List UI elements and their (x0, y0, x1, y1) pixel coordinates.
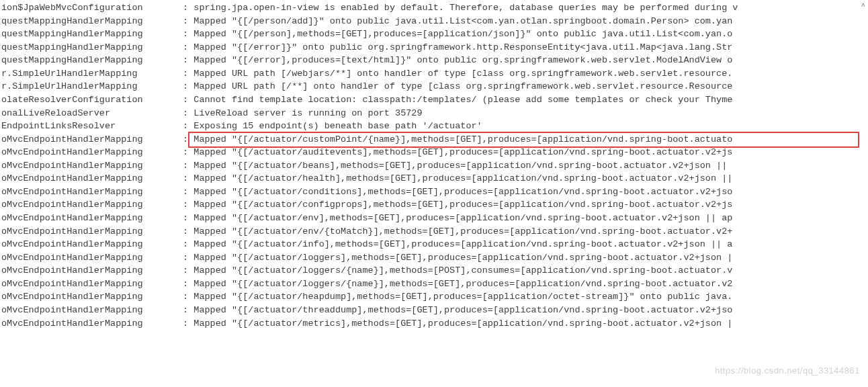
log-separator: : (177, 185, 193, 199)
log-separator: : (177, 93, 193, 107)
log-message: Mapped "{[/actuator/heapdump],methods=[G… (193, 290, 732, 304)
log-line[interactable]: oMvcEndpointHandlerMapping : Mapped "{[/… (0, 317, 868, 331)
log-line[interactable]: oMvcEndpointHandlerMapping : Mapped "{[/… (0, 277, 868, 291)
log-line[interactable]: questMappingHandlerMapping : Mapped "{[/… (0, 54, 868, 67)
log-message: Mapped "{[/actuator/customPoint/{name}],… (193, 133, 732, 146)
log-message: spring.jpa.open-in-view is enabled by de… (193, 1, 738, 15)
log-separator: : (177, 277, 193, 291)
log-message: Mapped "{[/actuator/env/{toMatch}],metho… (193, 225, 732, 239)
log-message: Mapped "{[/person],methods=[GET],produce… (193, 28, 732, 41)
log-separator: : (177, 28, 193, 41)
log-separator: : (177, 54, 193, 67)
log-line[interactable]: EndpointLinksResolver : Exposing 15 endp… (0, 120, 868, 133)
log-message: Mapped URL path [/**] onto handler of ty… (193, 80, 732, 93)
log-separator: : (177, 41, 193, 54)
logger-name: oMvcEndpointHandlerMapping (0, 185, 177, 199)
log-line[interactable]: oMvcEndpointHandlerMapping : Mapped "{[/… (0, 146, 868, 159)
log-message: Mapped "{[/actuator/health],methods=[GET… (193, 172, 732, 185)
logger-name: oMvcEndpointHandlerMapping (0, 172, 177, 185)
log-message: Mapped "{[/actuator/loggers/{name}],meth… (193, 264, 732, 277)
log-line[interactable]: oMvcEndpointHandlerMapping : Mapped "{[/… (0, 172, 868, 185)
log-message: Cannot find template location: classpath… (193, 93, 732, 107)
log-line[interactable]: questMappingHandlerMapping : Mapped "{[/… (0, 15, 868, 28)
logger-name: oMvcEndpointHandlerMapping (0, 317, 177, 331)
log-line[interactable]: oMvcEndpointHandlerMapping : Mapped "{[/… (0, 290, 868, 304)
log-line[interactable]: oMvcEndpointHandlerMapping : Mapped "{[/… (0, 264, 868, 277)
logger-name: questMappingHandlerMapping (0, 15, 177, 28)
log-message: Mapped "{[/actuator/info],methods=[GET],… (193, 238, 732, 251)
log-line[interactable]: olateResolverConfiguration : Cannot find… (0, 93, 868, 107)
log-separator: : (177, 212, 193, 225)
log-separator: : (177, 133, 193, 146)
log-line[interactable]: oMvcEndpointHandlerMapping : Mapped "{[/… (0, 212, 868, 225)
log-message: Mapped URL path [/webjars/**] onto handl… (193, 67, 732, 81)
log-output-panel[interactable]: ^ ion$JpaWebMvcConfiguration : spring.jp… (0, 1, 868, 386)
log-separator: : (177, 198, 193, 212)
log-separator: : (177, 120, 193, 133)
log-line[interactable]: oMvcEndpointHandlerMapping : Mapped "{[/… (0, 304, 868, 317)
log-separator: : (177, 238, 193, 251)
logger-name: oMvcEndpointHandlerMapping (0, 212, 177, 225)
logger-name: olateResolverConfiguration (0, 93, 177, 107)
logger-name: oMvcEndpointHandlerMapping (0, 225, 177, 239)
log-line[interactable]: questMappingHandlerMapping : Mapped "{[/… (0, 41, 868, 54)
logger-name: oMvcEndpointHandlerMapping (0, 238, 177, 251)
logger-name: oMvcEndpointHandlerMapping (0, 146, 177, 159)
logger-name: r.SimpleUrlHandlerMapping (0, 67, 177, 81)
log-separator: : (177, 264, 193, 277)
logger-name: oMvcEndpointHandlerMapping (0, 251, 177, 265)
log-message: Mapped "{[/actuator/loggers],methods=[GE… (193, 251, 732, 265)
log-message: Mapped "{[/actuator/env],methods=[GET],p… (193, 212, 732, 225)
logger-name: oMvcEndpointHandlerMapping (0, 264, 177, 277)
log-line[interactable]: oMvcEndpointHandlerMapping : Mapped "{[/… (0, 251, 868, 265)
log-line[interactable]: r.SimpleUrlHandlerMapping : Mapped URL p… (0, 67, 868, 81)
watermark-text: https://blog.csdn.net/qq_33144861 (715, 365, 860, 378)
log-line[interactable]: r.SimpleUrlHandlerMapping : Mapped URL p… (0, 80, 868, 93)
log-separator: : (177, 159, 193, 173)
log-separator: : (177, 172, 193, 185)
log-line[interactable]: questMappingHandlerMapping : Mapped "{[/… (0, 28, 868, 41)
log-message: Mapped "{[/error]}" onto public org.spri… (193, 41, 732, 54)
log-message: LiveReload server is running on port 357… (193, 107, 422, 120)
logger-name: onalLiveReloadServer (0, 107, 177, 120)
log-separator: : (177, 15, 193, 28)
log-line[interactable]: ion$JpaWebMvcConfiguration : spring.jpa.… (0, 1, 868, 15)
logger-name: ion$JpaWebMvcConfiguration (0, 1, 177, 15)
log-message: Mapped "{[/actuator/threaddump],methods=… (193, 304, 732, 317)
log-line[interactable]: oMvcEndpointHandlerMapping : Mapped "{[/… (0, 133, 868, 146)
logger-name: questMappingHandlerMapping (0, 28, 177, 41)
log-line[interactable]: oMvcEndpointHandlerMapping : Mapped "{[/… (0, 225, 868, 239)
log-message: Mapped "{[/actuator/metrics],methods=[GE… (193, 317, 732, 331)
log-message: Mapped "{[/actuator/conditions],methods=… (193, 185, 732, 199)
logger-name: questMappingHandlerMapping (0, 54, 177, 67)
logger-name: questMappingHandlerMapping (0, 41, 177, 54)
logger-name: oMvcEndpointHandlerMapping (0, 304, 177, 317)
scroll-up-indicator: ^ (861, 1, 865, 12)
log-separator: : (177, 107, 193, 120)
log-separator: : (177, 304, 193, 317)
logger-name: oMvcEndpointHandlerMapping (0, 277, 177, 291)
log-separator: : (177, 225, 193, 239)
log-line[interactable]: oMvcEndpointHandlerMapping : Mapped "{[/… (0, 198, 868, 212)
log-separator: : (177, 146, 193, 159)
log-separator: : (177, 67, 193, 81)
logger-name: oMvcEndpointHandlerMapping (0, 159, 177, 173)
log-message: Mapped "{[/person/add]}" onto public jav… (193, 15, 732, 28)
log-line[interactable]: oMvcEndpointHandlerMapping : Mapped "{[/… (0, 185, 868, 199)
log-message: Mapped "{[/actuator/loggers/{name}],meth… (193, 277, 732, 291)
log-separator: : (177, 290, 193, 304)
log-line[interactable]: oMvcEndpointHandlerMapping : Mapped "{[/… (0, 159, 868, 173)
logger-name: oMvcEndpointHandlerMapping (0, 198, 177, 212)
log-message: Exposing 15 endpoint(s) beneath base pat… (193, 120, 482, 133)
log-separator: : (177, 1, 193, 15)
log-message: Mapped "{[/actuator/configprops],methods… (193, 198, 732, 212)
log-message: Mapped "{[/error],produces=[text/html]}"… (193, 54, 732, 67)
log-message: Mapped "{[/actuator/auditevents],methods… (193, 146, 732, 159)
log-separator: : (177, 251, 193, 265)
log-line[interactable]: oMvcEndpointHandlerMapping : Mapped "{[/… (0, 238, 868, 251)
log-line[interactable]: onalLiveReloadServer : LiveReload server… (0, 107, 868, 120)
log-separator: : (177, 80, 193, 93)
logger-name: oMvcEndpointHandlerMapping (0, 133, 177, 146)
logger-name: EndpointLinksResolver (0, 120, 177, 133)
log-message: Mapped "{[/actuator/beans],methods=[GET]… (193, 159, 732, 173)
